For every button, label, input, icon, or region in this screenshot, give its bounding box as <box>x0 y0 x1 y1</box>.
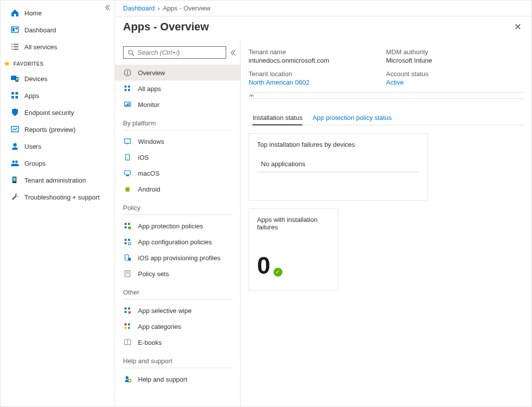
svg-point-12 <box>12 161 15 163</box>
config-icon <box>123 237 132 246</box>
svg-rect-34 <box>126 175 129 176</box>
nav-home[interactable]: Home <box>0 4 115 21</box>
subnav-overview[interactable]: Overview <box>115 65 240 81</box>
subnav-app-categories[interactable]: App categories <box>115 318 240 334</box>
nav-tenant-admin[interactable]: Tenant administration <box>0 172 115 189</box>
subnav-selective-wipe[interactable]: App selective wipe <box>115 303 240 318</box>
svg-rect-6 <box>11 92 14 95</box>
no-apps-text: No applications <box>257 160 419 172</box>
subnav-label: App categories <box>138 323 181 330</box>
subnav-app-protection[interactable]: App protection policies <box>115 218 240 234</box>
svg-rect-21 <box>125 86 127 88</box>
svg-rect-8 <box>11 96 14 99</box>
subnav-all-apps[interactable]: All apps <box>115 81 240 97</box>
tabs: Installation status App protection polic… <box>249 111 524 125</box>
subnav-label: iOS app provisioning profiles <box>138 254 220 262</box>
policy-sets-icon <box>123 269 132 278</box>
subnav-ios-provisioning[interactable]: iOS app provisioning profiles <box>115 250 240 266</box>
subnav-label: Overview <box>138 69 165 77</box>
left-navigation: Home Dashboard All services FAVORITES De… <box>0 0 115 407</box>
nav-endpoint-security[interactable]: Endpoint security <box>0 104 115 121</box>
tenant-name-value: intunedocs.onmicrosoft.com <box>249 57 386 64</box>
reports-icon <box>10 125 19 134</box>
apps-icon <box>10 91 19 100</box>
nav-all-services[interactable]: All services <box>0 38 115 55</box>
subnav-label: All apps <box>138 85 161 93</box>
breadcrumb-current: Apps - Overview <box>163 4 210 12</box>
nav-label: Dashboard <box>24 26 56 34</box>
location-value[interactable]: North American 0602 <box>249 79 386 86</box>
mdm-value: Microsoft Intune <box>386 57 524 64</box>
svg-rect-43 <box>128 239 130 241</box>
svg-point-16 <box>129 50 133 54</box>
svg-rect-46 <box>125 255 129 260</box>
tenant-icon <box>10 176 19 185</box>
nav-devices[interactable]: Devices <box>0 70 115 87</box>
nav-apps[interactable]: Apps <box>0 87 115 104</box>
expand-collapse-icon[interactable] <box>249 92 524 99</box>
status-value[interactable]: Active <box>386 79 524 86</box>
section-policy: Policy <box>123 197 232 215</box>
search-icon <box>128 49 134 56</box>
subnav-app-config[interactable]: App configuration policies <box>115 234 240 250</box>
svg-rect-2 <box>15 28 17 29</box>
svg-rect-40 <box>125 226 127 228</box>
location-label: Tenant location <box>249 70 386 78</box>
shield-icon <box>10 108 19 117</box>
nav-groups[interactable]: Groups <box>0 155 115 172</box>
grid-icon <box>123 84 132 93</box>
close-icon[interactable]: ✕ <box>512 19 524 34</box>
search-input[interactable] <box>137 49 222 56</box>
subnav-monitor[interactable]: Monitor <box>115 97 240 112</box>
svg-rect-35 <box>126 188 130 192</box>
svg-rect-29 <box>125 139 131 143</box>
svg-rect-51 <box>125 307 127 309</box>
nav-users[interactable]: Users <box>0 138 115 155</box>
subnav-macos[interactable]: macOS <box>115 165 240 181</box>
subnav-help[interactable]: Help and support <box>115 371 240 387</box>
collapse-subnav-icon[interactable] <box>230 50 236 56</box>
collapse-nav-icon[interactable] <box>105 4 111 10</box>
svg-rect-15 <box>13 178 16 182</box>
subnav-windows[interactable]: Windows <box>115 133 240 149</box>
nav-troubleshooting[interactable]: Troubleshooting + support <box>0 189 115 205</box>
list-icon <box>10 42 19 51</box>
chevron-right-icon: › <box>158 4 160 12</box>
page-header: Apps - Overview ✕ <box>115 16 532 40</box>
tenant-name-label: Tenant name <box>249 48 386 56</box>
favorites-header: FAVORITES <box>0 55 115 70</box>
svg-rect-53 <box>125 311 127 313</box>
svg-line-17 <box>132 54 134 56</box>
svg-rect-23 <box>125 89 127 91</box>
breadcrumb-parent[interactable]: Dashboard <box>123 4 155 12</box>
nav-dashboard[interactable]: Dashboard <box>0 21 115 38</box>
wipe-icon <box>123 306 132 315</box>
svg-point-13 <box>15 161 18 163</box>
subnav-label: Help and support <box>138 376 187 383</box>
subnav-ebooks[interactable]: E-books <box>115 334 240 350</box>
nav-label: Endpoint security <box>24 109 74 116</box>
svg-rect-55 <box>128 323 130 325</box>
svg-point-19 <box>127 71 128 72</box>
svg-point-45 <box>129 243 131 245</box>
svg-point-11 <box>13 143 17 147</box>
svg-rect-54 <box>125 323 127 325</box>
tab-installation-status[interactable]: Installation status <box>253 111 302 125</box>
svg-point-32 <box>127 159 128 160</box>
section-other: Other <box>123 282 232 300</box>
subnav-ios[interactable]: iOS <box>115 149 240 165</box>
nav-reports[interactable]: Reports (preview) <box>0 121 115 138</box>
nav-label: Troubleshooting + support <box>24 194 100 201</box>
tab-app-protection[interactable]: App protection policy status <box>312 111 392 125</box>
subnav-android[interactable]: Android <box>115 181 240 197</box>
section-platform: By platform <box>123 112 232 130</box>
nav-label: Tenant administration <box>24 177 86 184</box>
nav-label: Groups <box>24 160 46 167</box>
svg-point-37 <box>128 187 129 188</box>
subnav-policy-sets[interactable]: Policy sets <box>115 266 240 282</box>
svg-rect-42 <box>125 239 127 241</box>
subnav-label: Windows <box>138 138 164 145</box>
svg-rect-9 <box>15 96 18 99</box>
search-box[interactable] <box>123 46 226 59</box>
wrench-icon <box>10 193 19 202</box>
